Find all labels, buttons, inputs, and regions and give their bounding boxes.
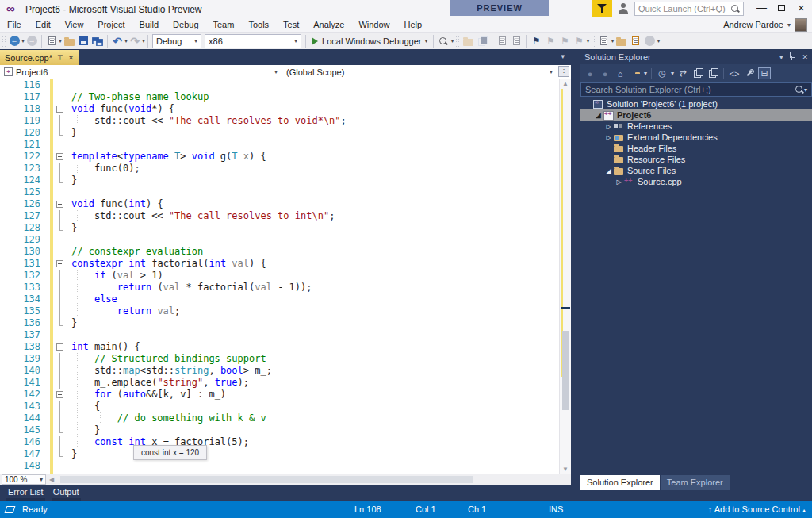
forward-button[interactable]: ● [599,69,611,79]
zoom-level-combo[interactable]: 100 % ▾ [2,474,46,485]
code-line[interactable]: 123 func(0); [0,163,571,175]
menu-help[interactable]: Help [397,17,430,32]
toolbar-overflow-dropdown[interactable]: ▾ [657,37,660,44]
menu-file[interactable]: File [0,17,29,32]
filter-dropdown[interactable]: ▾ [671,70,674,77]
collapse-icon[interactable]: ◢ [604,167,613,175]
code-editor[interactable]: 116117// Two-phase name lookup118void fu… [0,79,571,474]
uncomment-button[interactable] [509,34,523,48]
menu-debug[interactable]: Debug [166,17,205,32]
code-line[interactable]: 124} [0,175,571,186]
tree-item-source-cpp[interactable]: ▷Source.cpp [580,176,812,187]
menu-edit[interactable]: Edit [29,17,58,32]
code-line[interactable]: 129 [0,234,571,246]
clear-bookmarks-button[interactable]: ⚑ [572,34,586,48]
refresh-button[interactable] [642,34,657,48]
code-line[interactable]: 137 [0,329,571,341]
tree-item-header-files[interactable]: Header Files [580,143,812,154]
code-line[interactable]: 131constexpr int factorial(int val) { [0,258,571,270]
vertical-scrollbar[interactable]: ▲ ▼ [559,79,571,474]
switch-views-dropdown[interactable]: ▾ [644,70,647,77]
previous-bookmark-button[interactable]: ⚑ [543,34,557,48]
step-over-button[interactable] [475,34,489,48]
error-list-button[interactable] [596,34,611,48]
start-debugging-button[interactable]: Local Windows Debugger ▾ [308,36,431,46]
navigate-forward-button[interactable]: → [25,34,39,48]
code-line[interactable]: 142 for (auto&&[k, v] : m_) [0,389,571,401]
code-line[interactable]: 119 std::cout << "The call resolves to v… [0,115,571,127]
code-line[interactable]: 126void func(int) { [0,198,571,210]
toolbar-overflow-dropdown[interactable]: ▾ [586,37,589,44]
expand-icon[interactable]: ▷ [604,123,613,130]
global-scope-combo[interactable]: (Global Scope) ▾ [282,65,557,79]
menu-analyze[interactable]: Analyze [306,17,351,32]
new-item-button[interactable] [614,34,628,48]
restore-button[interactable] [772,0,791,17]
code-line[interactable]: 125 [0,186,571,198]
code-line[interactable]: 118void func(void*) { [0,103,571,115]
undo-button[interactable]: ↶ [110,34,124,48]
collapse-all-button[interactable]: ⊟ [758,67,771,79]
code-line[interactable]: 148 [0,460,571,472]
redo-dropdown[interactable]: ▾ [142,37,145,44]
add-to-source-control-button[interactable]: ↑ Add to Source Control ▴ [708,505,806,514]
save-all-button[interactable] [90,34,105,48]
code-line[interactable]: 145 } [0,424,571,436]
find-in-files-button[interactable] [436,34,450,48]
code-line[interactable]: 120} [0,127,571,139]
pin-icon[interactable] [789,52,795,62]
close-button[interactable]: × [791,0,811,17]
code-line[interactable]: 117// Two-phase name lookup [0,91,571,103]
collapse-region-button[interactable] [56,106,63,113]
menu-test[interactable]: Test [276,17,306,32]
sync-with-active-document-button[interactable]: ⇄ [676,68,689,79]
tree-item-resource-files[interactable]: Resource Files [580,154,812,165]
toolbar-grip[interactable] [455,36,459,47]
view-code-button[interactable]: <> [728,69,741,79]
close-icon[interactable]: ✕ [68,54,75,62]
tree-item-references[interactable]: ▷References [580,121,812,132]
code-line[interactable]: 146 const int x = factorial(5); [0,436,571,448]
code-line[interactable]: 130// constexpr evaluation [0,246,571,258]
collapse-region-button[interactable] [56,260,63,267]
code-line[interactable]: 116 [0,79,571,91]
menu-build[interactable]: Build [132,17,166,32]
tree-item-project6[interactable]: ◢Project6 [580,109,812,121]
close-icon[interactable]: ✕ [802,53,808,61]
solution-platform-combo[interactable]: x86▾ [205,34,301,48]
collapse-region-button[interactable] [56,343,63,351]
task-list-button[interactable] [628,34,642,48]
collapse-region-button[interactable] [56,391,63,398]
solution-explorer-search-input[interactable]: Search Solution Explorer (Ctrl+;) ▾ [580,82,812,97]
redo-button[interactable]: ↷ [128,34,142,48]
open-file-button[interactable] [62,34,76,48]
project-scope-combo[interactable]: + Project6 ▾ [0,65,282,79]
window-position-dropdown[interactable]: ▾ [779,53,783,61]
pending-changes-filter-button[interactable]: ◷ [656,68,668,79]
panel-tab-output[interactable]: Output [52,485,81,498]
code-line[interactable]: 133 return (val * factorial(val - 1)); [0,282,571,294]
save-button[interactable] [76,34,90,48]
tab-team-explorer[interactable]: Team Explorer [661,475,730,490]
scroll-left-arrow[interactable]: ◀ [49,476,54,483]
solution-configuration-combo[interactable]: Debug▾ [152,34,201,48]
code-line[interactable]: 140 std::map<std::string, bool> m_; [0,365,571,377]
pin-icon[interactable]: ⊤ [57,54,63,62]
code-line[interactable]: 138int main() { [0,341,571,353]
home-icon[interactable]: ⌂ [614,69,626,79]
menu-view[interactable]: View [58,17,91,32]
code-line[interactable]: 127 std::cout << "The call resolves to i… [0,210,571,222]
code-line[interactable]: 141 m_.emplace("string", true); [0,377,571,389]
toolbar-grip[interactable] [2,36,6,47]
horizontal-scrollbar[interactable] [57,474,571,485]
scroll-down-arrow[interactable]: ▼ [560,466,571,473]
quick-launch-input[interactable]: Quick Launch (Ctrl+Q) [634,2,744,16]
scrollbar-thumb[interactable] [562,331,569,410]
panel-tab-error-list[interactable]: Error List [6,485,45,498]
code-line[interactable]: 139 // Structured bindings support [0,353,571,365]
code-line[interactable]: 121 [0,139,571,151]
tab-solution-explorer[interactable]: Solution Explorer [580,475,660,490]
comment-out-button[interactable] [495,34,509,48]
menu-project[interactable]: Project [90,17,132,32]
scroll-up-arrow[interactable]: ▲ [560,80,571,87]
